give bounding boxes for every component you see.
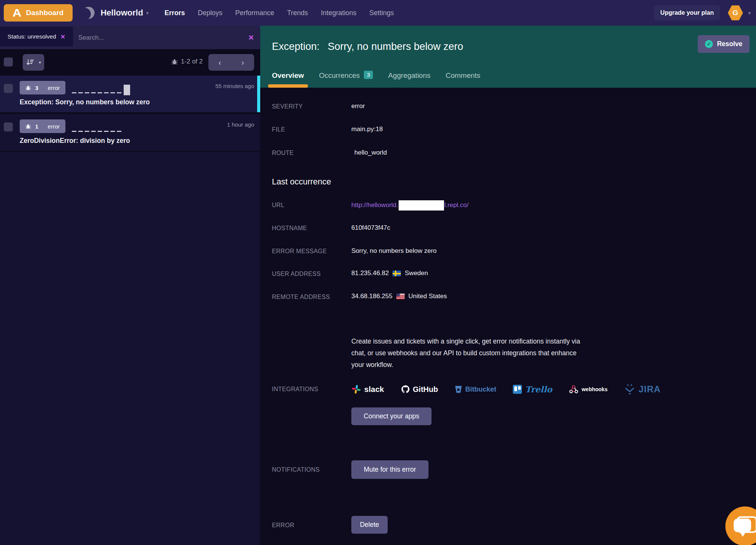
error-row-label: ERROR [272,522,294,529]
nav-item-errors[interactable]: Errors [165,9,185,17]
chevron-down-icon[interactable]: ▾ [748,10,751,16]
bug-icon [171,59,178,65]
resolve-button[interactable]: ✓ Resolve [698,35,750,53]
trello-icon [513,385,522,394]
result-range: 1-2 of 2 [181,58,203,65]
severity-label: error [48,85,60,91]
avatar[interactable]: G [728,5,743,21]
trello-logo[interactable]: Trello [513,384,552,394]
error-class: Exception: [272,41,320,52]
hostname-row-label: HOSTNAME [272,225,307,232]
nav-item-deploys[interactable]: Deploys [198,9,222,17]
appsignal-logo-icon: A [12,7,22,19]
dashboard-button[interactable]: A Dashboard [4,4,73,22]
nav-item-integrations[interactable]: Integrations [321,9,356,17]
occurrences-count-badge: 3 [364,71,373,79]
error-list-item[interactable]: 1 error 1 hour ago ZeroDivisionError: di… [0,114,260,152]
next-page-button[interactable]: › [231,54,255,71]
mute-error-button[interactable]: Mute for this error [351,460,428,479]
user-menu[interactable]: G ▾ [728,5,751,21]
integration-logos: slack GitHub Bitbucket Trello [351,382,661,396]
error-detail-header: Exception: Sorry, no numbers below zero … [260,26,756,88]
error-message-title: Sorry, no numbers below zero [328,41,463,52]
status-filter-chip[interactable]: Status: unresolved ✕ [0,27,73,46]
remote-address-value: 34.68.186.255 United States [351,293,447,300]
nav-item-performance[interactable]: Performance [235,9,274,17]
result-count: 1-2 of 2 [171,58,203,65]
redaction-block [124,85,130,95]
error-count-badge: 3 error [20,81,65,94]
nav-item-settings[interactable]: Settings [369,9,394,17]
dashboard-button-label: Dashboard [26,9,64,17]
error-detail-panel: Exception: Sorry, no numbers below zero … [260,26,756,545]
tab-occurrences[interactable]: Occurrences 3 [319,71,373,88]
sort-desc-icon [26,59,34,66]
remote-address-row-label: REMOTE ADDRESS [272,294,330,300]
tab-comments[interactable]: Comments [446,71,480,88]
github-icon [401,385,410,394]
upgrade-plan-button[interactable]: Upgrade your plan [654,5,720,20]
chat-bubble-icon [734,519,751,532]
pagination: ‹ › [208,54,254,71]
clear-search-icon[interactable]: ✕ [248,33,254,42]
occurrence-url-link[interactable]: http://helloworld.l.repl.co/ [351,201,469,209]
route-value: hello_world [354,149,387,156]
error-list-item[interactable]: 3 error 55 minutes ago Exception: Sorry,… [0,76,260,114]
error-title[interactable]: Exception: Sorry, no numbers below zero [20,98,150,106]
delete-error-button[interactable]: Delete [351,516,388,534]
status-filter-label: Status: unresolved [8,33,56,40]
tab-overview[interactable]: Overview [272,71,304,88]
slack-logo[interactable]: slack [351,384,384,394]
redacted-text [72,131,123,132]
selected-indicator-bar [257,76,260,112]
search-input[interactable] [78,26,223,50]
moon-icon [81,6,96,20]
page-title: Exception: Sorry, no numbers below zero [272,41,463,53]
nav-links: Errors Deploys Performance Trends Integr… [165,9,394,17]
app-name[interactable]: Helloworld [101,8,143,18]
occurrence-count: 3 [35,85,38,91]
tab-aggregations[interactable]: Aggregations [388,71,430,88]
url-row-label: URL [272,202,284,209]
slack-icon [351,384,361,394]
sort-button[interactable]: ▾ [23,54,44,71]
hostname-value: 610f4073f47c [351,224,390,232]
sweden-flag-icon [393,271,401,276]
last-occurrence-heading: Last occurrence [272,177,331,187]
integrations-row-label: INTEGRATIONS [272,386,318,393]
error-message-value: Sorry, no numbers below zero [351,247,437,255]
error-list-sidebar: Status: unresolved ✕ ✕ ▾ [0,26,260,545]
occurrence-count: 1 [35,123,38,130]
list-toolbar: ▾ 1-2 of 2 ‹ › [0,49,260,76]
select-all-checkbox[interactable] [4,57,13,67]
timestamp: 55 minutes ago [215,83,254,89]
severity-label: error [48,123,60,130]
jira-icon [624,384,635,395]
top-nav: A Dashboard Helloworld ▾ Errors Deploys … [0,0,756,26]
url-value: http://helloworld.l.repl.co/ [351,200,469,211]
jira-logo[interactable]: JIRA [624,384,661,395]
integrations-description: Create issues and tickets with a single … [351,336,586,371]
user-country: Sweden [405,269,428,277]
connect-apps-button[interactable]: Connect your apps [351,407,432,425]
remote-country: United States [408,293,447,300]
webhooks-logo[interactable]: webhooks [569,384,607,394]
resolve-button-label: Resolve [717,40,742,48]
prev-page-button[interactable]: ‹ [208,54,231,71]
select-checkbox[interactable] [4,122,13,132]
file-value: main.py:18 [351,125,383,133]
nav-item-trends[interactable]: Trends [287,9,308,17]
webhooks-icon [569,384,579,394]
github-logo[interactable]: GitHub [401,385,438,394]
timestamp: 1 hour ago [227,121,254,128]
url-redaction-box [399,200,444,211]
select-checkbox[interactable] [4,84,13,93]
bitbucket-logo[interactable]: Bitbucket [455,386,496,393]
error-title[interactable]: ZeroDivisionError: division by zero [20,137,130,145]
us-flag-icon [396,294,405,299]
remove-filter-icon[interactable]: ✕ [60,33,65,40]
route-row-label: ROUTE [272,150,294,156]
file-row-label: FILE [272,126,285,133]
check-circle-icon: ✓ [705,40,713,48]
chevron-down-icon[interactable]: ▾ [146,10,149,16]
